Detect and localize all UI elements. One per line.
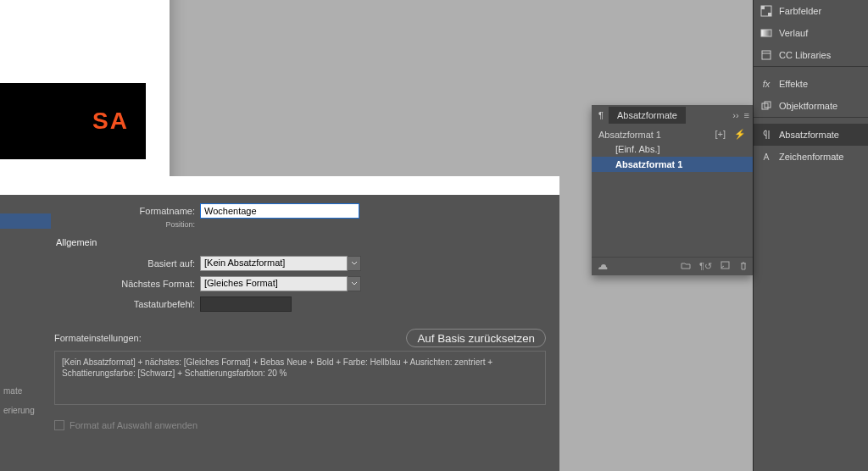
swatches-icon bbox=[760, 5, 772, 17]
panel-farbfelder[interactable]: Farbfelder bbox=[754, 0, 868, 22]
dialog-sidebar: mate erierung bbox=[0, 195, 34, 471]
naechstes-format-value: [Gleiches Format] bbox=[200, 276, 348, 291]
basiert-auf-value: [Kein Absatzformat] bbox=[200, 256, 348, 271]
svg-rect-7 bbox=[721, 262, 729, 269]
svg-rect-2 bbox=[768, 13, 771, 16]
panel-zeichenformate[interactable]: Zeichenformate bbox=[754, 146, 868, 168]
formateinstellungen-box: [Kein Absatzformat] + nächstes: [Gleiche… bbox=[54, 351, 546, 405]
panel-cc-libraries[interactable]: CC Libraries bbox=[754, 44, 868, 66]
collapse-icon[interactable]: ›› bbox=[732, 110, 738, 120]
sidebar-cutoff-1[interactable]: mate bbox=[0, 385, 34, 397]
panel-label: Farbfelder bbox=[779, 6, 821, 16]
tastaturbefehl-input[interactable] bbox=[200, 296, 292, 312]
basiert-auf-select[interactable]: [Kein Absatzformat] bbox=[200, 256, 361, 271]
tastaturbefehl-label: Tastaturbefehl: bbox=[54, 299, 200, 309]
panel-label: Effekte bbox=[779, 79, 808, 89]
cc-libraries-icon[interactable] bbox=[597, 263, 609, 271]
panel-absatzformate[interactable]: Absatzformate bbox=[754, 124, 868, 146]
formatname-label: Formatname: bbox=[54, 206, 200, 216]
panel-label: Verlauf bbox=[779, 28, 808, 38]
panel-menu-icon[interactable]: ≡ bbox=[744, 110, 749, 120]
chevron-down-icon[interactable] bbox=[348, 256, 361, 271]
clear-overrides-icon[interactable]: ⚡ bbox=[734, 129, 746, 140]
naechstes-format-label: Nächstes Format: bbox=[54, 279, 200, 289]
apply-to-selection-checkbox bbox=[54, 420, 64, 430]
delete-style-icon[interactable] bbox=[739, 261, 748, 272]
formateinstellungen-label: Formateinstellungen: bbox=[54, 333, 142, 343]
gradient-icon bbox=[760, 27, 772, 39]
style-item-absatzformat-1[interactable]: Absatzformat 1 bbox=[592, 157, 753, 172]
chevron-down-icon[interactable] bbox=[348, 276, 361, 291]
character-styles-icon bbox=[760, 151, 772, 163]
clear-overrides-footer-icon[interactable]: ¶↺ bbox=[699, 261, 712, 272]
formatname-input[interactable] bbox=[200, 203, 359, 219]
svg-rect-1 bbox=[761, 6, 765, 9]
panel-label: Absatzformate bbox=[779, 130, 839, 140]
panel-tab[interactable]: Absatzformate bbox=[609, 107, 686, 124]
panel-spacer bbox=[592, 172, 753, 255]
panel-verlauf[interactable]: Verlauf bbox=[754, 22, 868, 44]
section-allgemein: Allgemein bbox=[56, 237, 546, 247]
reset-to-base-button[interactable]: Auf Basis zurücksetzen bbox=[406, 329, 546, 347]
apply-to-selection-row: Format auf Auswahl anwenden bbox=[54, 420, 546, 430]
naechstes-format-select[interactable]: [Gleiches Format] bbox=[200, 276, 361, 291]
paragraph-styles-icon bbox=[760, 129, 772, 141]
panel-label: Zeichenformate bbox=[779, 152, 843, 162]
dialog-titlebar[interactable] bbox=[0, 176, 559, 195]
panel-header[interactable]: ¶ Absatzformate ›› ≡ bbox=[592, 105, 753, 125]
absatzformate-panel: ¶ Absatzformate ›› ≡ Absatzformat 1 [+] … bbox=[592, 105, 753, 275]
dialog-main: Formatname: Position: Allgemein Basiert … bbox=[51, 195, 559, 471]
fx-icon: fx bbox=[760, 78, 772, 90]
panel-label: CC Libraries bbox=[779, 50, 831, 60]
panel-objektformate[interactable]: Objektformate bbox=[754, 95, 868, 117]
new-style-icon[interactable] bbox=[721, 261, 731, 272]
libraries-icon bbox=[760, 49, 772, 61]
panel-effekte[interactable]: fx Effekte bbox=[754, 73, 868, 95]
current-style-label: Absatzformat 1 bbox=[598, 130, 661, 140]
dialog-sidebar-tab-active[interactable] bbox=[0, 213, 51, 229]
sidebar-cutoff-2[interactable]: erierung bbox=[0, 404, 34, 417]
new-group-icon[interactable] bbox=[681, 261, 691, 272]
pilcrow-icon: ¶ bbox=[595, 109, 607, 121]
separator bbox=[754, 66, 868, 73]
frame-text: SA bbox=[92, 108, 129, 135]
style-list: [Einf. Abs.] Absatzformat 1 bbox=[592, 141, 753, 172]
basiert-auf-label: Basiert auf: bbox=[54, 258, 200, 269]
right-panel-strip: Farbfelder Verlauf CC Libraries fx Effek… bbox=[753, 0, 868, 471]
current-style-row: Absatzformat 1 [+] ⚡ bbox=[592, 127, 753, 141]
new-style-from-selection-icon[interactable]: [+] bbox=[715, 129, 726, 140]
svg-rect-4 bbox=[762, 51, 771, 59]
paragraph-style-options-dialog: mate erierung Formatname: Position: Allg… bbox=[0, 195, 559, 471]
position-label: Position: bbox=[54, 220, 200, 229]
separator bbox=[754, 117, 868, 124]
panel-label: Objektformate bbox=[779, 101, 837, 111]
object-styles-icon bbox=[760, 100, 772, 112]
svg-rect-3 bbox=[761, 30, 771, 36]
apply-to-selection-label: Format auf Auswahl anwenden bbox=[70, 420, 198, 430]
panel-footer: ¶↺ bbox=[592, 257, 753, 275]
style-item-basic[interactable]: [Einf. Abs.] bbox=[592, 141, 753, 157]
black-text-frame[interactable]: SA bbox=[0, 83, 146, 159]
